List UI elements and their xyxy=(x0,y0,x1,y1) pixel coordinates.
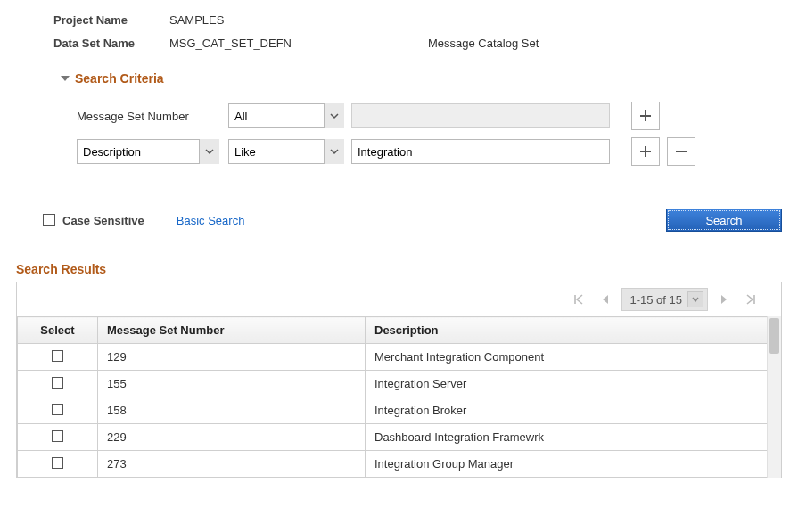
table-row: 129Merchant Integration Component xyxy=(18,344,781,371)
cell-description: Merchant Integration Component xyxy=(366,344,781,371)
next-page-icon xyxy=(720,294,728,305)
pager-next-button[interactable] xyxy=(713,289,735,310)
scrollbar-thumb[interactable] xyxy=(769,318,779,354)
basic-search-link[interactable]: Basic Search xyxy=(177,214,245,227)
criteria-operator-select[interactable]: Like xyxy=(228,139,344,164)
table-row: 158Integration Broker xyxy=(18,397,781,424)
cell-message-set: 129 xyxy=(98,344,366,371)
project-name-label: Project Name xyxy=(53,11,169,30)
case-sensitive-label: Case Sensitive xyxy=(62,214,144,227)
column-header-select[interactable]: Select xyxy=(18,317,98,344)
case-sensitive-checkbox[interactable]: Case Sensitive xyxy=(43,214,144,227)
pager-range-text: 1-15 of 15 xyxy=(629,293,682,307)
results-pager: 1-15 of 15 xyxy=(17,282,781,316)
criteria-operator-select[interactable]: All xyxy=(228,103,344,128)
table-row: 273Integration Group Manager xyxy=(18,451,781,478)
cell-description: Integration Group Manager xyxy=(366,451,781,478)
row-select-checkbox[interactable] xyxy=(52,430,63,442)
cell-message-set: 229 xyxy=(98,424,366,451)
criteria-value-input xyxy=(351,103,610,128)
criteria-field-label: Message Set Number xyxy=(77,103,228,128)
remove-criteria-button[interactable] xyxy=(667,137,695,166)
search-criteria-toggle[interactable]: Search Criteria xyxy=(0,55,798,94)
row-select-checkbox[interactable] xyxy=(52,377,63,389)
criteria-row: Description Like xyxy=(77,137,798,166)
checkbox-icon xyxy=(43,214,55,226)
search-results-title: Search Results xyxy=(0,241,798,282)
svg-marker-2 xyxy=(603,295,608,304)
cell-message-set: 273 xyxy=(98,451,366,478)
dataset-name-label: Data Set Name xyxy=(53,34,169,53)
pager-first-button[interactable] xyxy=(568,289,589,310)
table-row: 229Dashboard Integration Framewrk xyxy=(18,424,781,451)
first-page-icon xyxy=(573,294,584,305)
cell-message-set: 158 xyxy=(98,397,366,424)
add-criteria-button[interactable] xyxy=(631,102,660,130)
collapse-icon xyxy=(61,74,70,83)
cell-description: Integration Server xyxy=(366,371,781,397)
row-select-checkbox[interactable] xyxy=(52,350,63,362)
pager-last-button[interactable] xyxy=(740,289,761,310)
svg-marker-0 xyxy=(61,76,70,81)
dataset-description: Message Catalog Set xyxy=(428,34,539,53)
project-name-value: SAMPLES xyxy=(169,11,428,30)
cell-description: Integration Broker xyxy=(366,397,781,424)
row-select-checkbox[interactable] xyxy=(52,404,63,415)
search-button[interactable]: Search xyxy=(666,209,782,232)
chevron-down-icon xyxy=(692,296,699,303)
cell-message-set: 155 xyxy=(98,371,366,397)
table-row: 155Integration Server xyxy=(18,371,781,397)
prev-page-icon xyxy=(601,294,610,305)
column-header-description[interactable]: Description xyxy=(366,317,781,344)
cell-description: Dashboard Integration Framewrk xyxy=(366,424,781,451)
search-criteria-title: Search Criteria xyxy=(75,71,164,86)
column-header-message-set[interactable]: Message Set Number xyxy=(98,317,366,344)
row-select-checkbox[interactable] xyxy=(52,457,63,469)
vertical-scrollbar[interactable] xyxy=(767,316,781,478)
last-page-icon xyxy=(745,294,756,305)
plus-icon xyxy=(639,145,652,158)
add-criteria-button[interactable] xyxy=(631,137,660,166)
svg-marker-3 xyxy=(721,295,727,304)
pager-range-select[interactable]: 1-15 of 15 xyxy=(621,288,708,311)
plus-icon xyxy=(639,110,652,122)
criteria-field-select[interactable]: Description xyxy=(77,139,219,164)
svg-rect-1 xyxy=(676,151,687,152)
pager-prev-button[interactable] xyxy=(595,289,616,310)
criteria-row: Message Set Number All xyxy=(77,102,798,130)
criteria-value-input[interactable] xyxy=(351,139,610,164)
dataset-name-value: MSG_CAT_SET_DEFN xyxy=(169,34,428,53)
minus-icon xyxy=(675,145,687,158)
results-table: Select Message Set Number Description 12… xyxy=(17,316,781,478)
